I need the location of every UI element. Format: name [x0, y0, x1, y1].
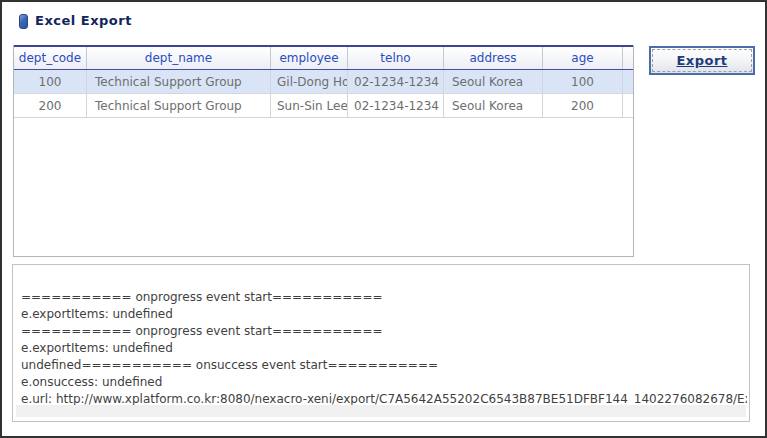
log-line: e.exportItems: undefined [21, 306, 747, 323]
export-button[interactable]: Export [649, 46, 755, 75]
title-bullet-icon [19, 14, 28, 29]
cell-telno[interactable]: 02-1234-1234 [348, 94, 444, 118]
cell-address[interactable]: Seoul Korea [444, 70, 543, 94]
column-header-employee[interactable]: employee [271, 47, 348, 69]
grid-row-selected[interactable]: 100 Technical Support Group Gil-Dong Ho … [14, 70, 633, 94]
data-grid: dept_code dept_name employee telno addre… [13, 45, 634, 257]
cell-telno[interactable]: 02-1234-1234 [348, 70, 444, 94]
cell-filler [623, 94, 633, 118]
cell-dept-code[interactable]: 200 [14, 94, 87, 118]
cell-dept-name[interactable]: Technical Support Group [87, 70, 271, 94]
log-line: e.onsuccess: undefined [21, 374, 747, 391]
cell-employee[interactable]: Gil-Dong Ho [271, 70, 348, 94]
log-textarea[interactable]: =========== onprogress event start======… [12, 264, 750, 422]
log-line: undefined=========== onsuccess event sta… [21, 357, 747, 374]
page-title: Excel Export [35, 13, 132, 28]
column-header-age[interactable]: age [543, 47, 623, 69]
grid-header-row: dept_code dept_name employee telno addre… [14, 45, 633, 70]
grid-row[interactable]: 200 Technical Support Group Sun-Sin Lee … [14, 94, 633, 118]
column-header-telno[interactable]: telno [348, 47, 444, 69]
column-header-address[interactable]: address [444, 47, 543, 69]
cell-dept-code[interactable]: 100 [14, 70, 87, 94]
cell-dept-name[interactable]: Technical Support Group [87, 94, 271, 118]
column-header-dept-code[interactable]: dept_code [14, 47, 87, 69]
cell-age[interactable]: 100 [543, 70, 623, 94]
cell-filler [623, 70, 633, 94]
log-line: =========== onprogress event start======… [21, 323, 747, 340]
log-line: e.exportItems: undefined [21, 340, 747, 357]
log-lines: =========== onprogress event start======… [21, 289, 747, 408]
column-header-filler [623, 47, 633, 69]
log-line: =========== onprogress event start======… [21, 289, 747, 306]
excel-export-window: Excel Export dept_code dept_name employe… [0, 0, 767, 438]
export-button-label: Export [676, 53, 727, 68]
log-hscrollbar-track[interactable] [16, 405, 746, 417]
cell-age[interactable]: 200 [543, 94, 623, 118]
cell-employee[interactable]: Sun-Sin Lee [271, 94, 348, 118]
cell-address[interactable]: Seoul Korea [444, 94, 543, 118]
column-header-dept-name[interactable]: dept_name [87, 47, 271, 69]
